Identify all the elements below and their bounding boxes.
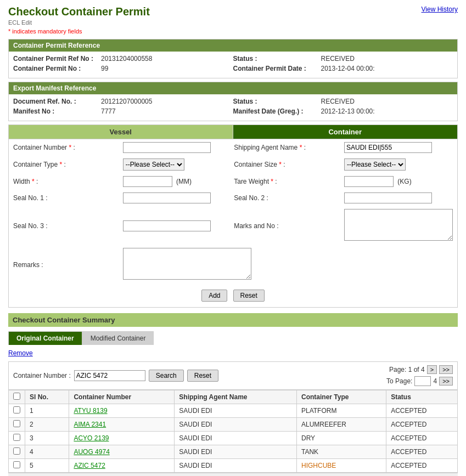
manifest-status-value: RECEIVED bbox=[321, 98, 420, 105]
page-title: Checkout Container Permit bbox=[8, 5, 150, 18]
container-table: Sl No. Container Number Shipping Agent N… bbox=[8, 390, 458, 473]
permit-ref-value: 20131204000558 bbox=[101, 55, 200, 63]
table-row: 3 ACYO 2139 SAUDI EDI DRY ACCEPTED bbox=[9, 432, 458, 445]
col-shipping-agent: Shipping Agent Name bbox=[175, 390, 297, 404]
cell-shipping-agent: SAUDI EDI bbox=[175, 445, 297, 459]
row-checkbox[interactable] bbox=[13, 447, 20, 455]
to-page-value: 4 bbox=[433, 377, 437, 385]
cell-container-type: DRY bbox=[297, 432, 386, 445]
manifest-no-label: Manifest No : bbox=[13, 107, 101, 115]
page-next-button[interactable]: > bbox=[427, 365, 437, 374]
mm-unit: (MM) bbox=[176, 178, 192, 185]
permit-no-label: Container Permit No : bbox=[13, 65, 101, 72]
cell-status: ACCEPTED bbox=[386, 459, 458, 473]
container-type-label: Container Type * : bbox=[13, 161, 66, 168]
manifest-no-value: 7777 bbox=[101, 107, 200, 115]
seal-no2-label: Seal No. 2 : bbox=[234, 194, 268, 202]
summary-section-header: Checkout Container Summary bbox=[8, 313, 458, 327]
search-reset-button[interactable]: Reset bbox=[187, 370, 218, 382]
cell-shipping-agent: SAUDI EDI bbox=[175, 459, 297, 473]
search-button[interactable]: Search bbox=[149, 370, 184, 382]
cell-container-number[interactable]: ACYO 2139 bbox=[69, 432, 175, 445]
tab-original-container[interactable]: Original Container bbox=[8, 331, 82, 345]
tab-bar: Original Container Modified Container bbox=[8, 331, 458, 345]
mandatory-note: * indicates mandatory fields bbox=[8, 28, 458, 35]
container-size-select[interactable]: --Please Select-- bbox=[344, 158, 406, 171]
table-row: 2 AIMA 2341 SAUDI EDI ALUMREEFER ACCEPTE… bbox=[9, 418, 458, 432]
search-container-input[interactable] bbox=[74, 370, 145, 381]
page-subtitle: ECL Edit bbox=[8, 19, 150, 26]
container-number-label: Container Number * : bbox=[13, 144, 75, 151]
manifest-date-label: Manifest Date (Greg.) : bbox=[233, 107, 321, 115]
select-all-checkbox[interactable] bbox=[13, 393, 20, 400]
remove-link[interactable]: Remove bbox=[8, 347, 33, 359]
container-type-select[interactable]: --Please Select-- bbox=[123, 158, 184, 171]
tare-weight-input[interactable] bbox=[344, 176, 394, 187]
to-page-input[interactable] bbox=[414, 376, 431, 386]
permit-date-label: Container Permit Date : bbox=[233, 65, 321, 72]
remarks-textarea[interactable] bbox=[123, 248, 251, 280]
cell-shipping-agent: SAUDI EDI bbox=[175, 418, 297, 432]
cell-container-number[interactable]: AIMA 2341 bbox=[69, 418, 175, 432]
width-label: Width * : bbox=[13, 178, 38, 185]
view-history-link[interactable]: View History bbox=[422, 5, 458, 13]
table-row: 4 AUOG 4974 SAUDI EDI TANK ACCEPTED bbox=[9, 445, 458, 459]
seal-no2-input[interactable] bbox=[344, 192, 432, 203]
cell-container-number[interactable]: AUOG 4974 bbox=[69, 445, 175, 459]
cell-container-type: ALUMREEFER bbox=[297, 418, 386, 432]
row-checkbox[interactable] bbox=[13, 461, 20, 468]
seal-no1-label: Seal No. 1 : bbox=[13, 194, 48, 202]
shipping-agent-input[interactable] bbox=[344, 142, 432, 153]
cell-sl-no: 5 bbox=[25, 459, 69, 473]
permit-ref-label: Container Permit Ref No : bbox=[13, 55, 101, 63]
cell-sl-no: 2 bbox=[25, 418, 69, 432]
col-container-type: Container Type bbox=[297, 390, 386, 404]
cell-status: ACCEPTED bbox=[386, 404, 458, 418]
cell-status: ACCEPTED bbox=[386, 418, 458, 432]
cell-container-type: PLATFORM bbox=[297, 404, 386, 418]
permit-status-label: Status : bbox=[233, 55, 321, 63]
cell-container-number[interactable]: AZIC 5472 bbox=[69, 459, 175, 473]
container-number-input[interactable] bbox=[123, 142, 211, 153]
total-records: Total Search Record(s) :17 bbox=[8, 473, 458, 476]
marks-no-label: Marks and No : bbox=[234, 222, 278, 230]
seal-no1-input[interactable] bbox=[123, 192, 211, 203]
cell-shipping-agent: SAUDI EDI bbox=[175, 432, 297, 445]
vessel-header: Vessel bbox=[9, 125, 233, 139]
cell-shipping-agent: SAUDI EDI bbox=[175, 404, 297, 418]
col-container-number: Container Number bbox=[69, 390, 175, 404]
cell-sl-no: 3 bbox=[25, 432, 69, 445]
tab-modified-container[interactable]: Modified Container bbox=[82, 331, 154, 345]
container-header: Container bbox=[233, 125, 458, 139]
form-reset-button[interactable]: Reset bbox=[233, 290, 265, 302]
row-checkbox[interactable] bbox=[13, 434, 20, 441]
doc-ref-value: 20121207000005 bbox=[101, 98, 200, 105]
cell-sl-no: 4 bbox=[25, 445, 69, 459]
permit-no-value: 99 bbox=[101, 65, 200, 72]
row-checkbox[interactable] bbox=[13, 420, 20, 427]
add-button[interactable]: Add bbox=[201, 290, 227, 302]
width-input[interactable] bbox=[123, 176, 172, 187]
cell-sl-no: 1 bbox=[25, 404, 69, 418]
cell-container-type: HIGHCUBE bbox=[297, 459, 386, 473]
to-page-label: To Page: bbox=[386, 377, 412, 385]
seal-no3-input[interactable] bbox=[123, 220, 211, 231]
table-row: 1 ATYU 8139 SAUDI EDI PLATFORM ACCEPTED bbox=[9, 404, 458, 418]
cell-status: ACCEPTED bbox=[386, 432, 458, 445]
cell-container-number[interactable]: ATYU 8139 bbox=[69, 404, 175, 418]
cell-container-type: TANK bbox=[297, 445, 386, 459]
container-permit-section-header: Container Permit Reference bbox=[9, 39, 457, 52]
marks-no-textarea[interactable] bbox=[344, 209, 453, 241]
table-row: 5 AZIC 5472 SAUDI EDI HIGHCUBE ACCEPTED bbox=[9, 459, 458, 473]
manifest-date-value: 2012-12-13 00:00: bbox=[321, 107, 420, 115]
to-page-go-button[interactable]: >> bbox=[439, 377, 453, 386]
form-button-row: Add Reset bbox=[9, 284, 457, 307]
shipping-agent-label: Shipping Agent Name * : bbox=[234, 144, 306, 151]
tare-weight-label: Tare Weight * : bbox=[234, 178, 277, 185]
row-checkbox[interactable] bbox=[13, 406, 20, 413]
doc-ref-label: Document Ref. No. : bbox=[13, 98, 101, 105]
search-container-label: Container Number : bbox=[13, 372, 71, 379]
page-last-button[interactable]: >> bbox=[439, 365, 453, 374]
cell-status: ACCEPTED bbox=[386, 445, 458, 459]
permit-date-value: 2013-12-04 00:00: bbox=[321, 65, 420, 72]
